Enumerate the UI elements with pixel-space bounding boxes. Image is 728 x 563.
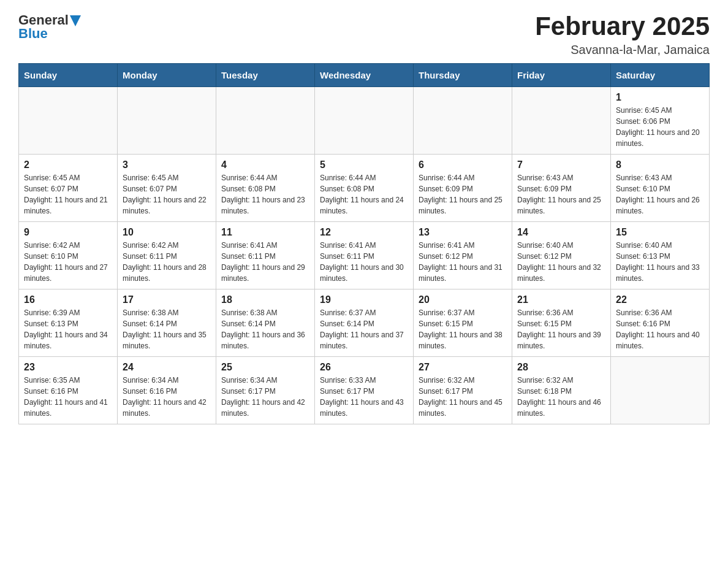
daylight-text: Daylight: 11 hours and 37 minutes. — [320, 331, 404, 350]
sunset-text: Sunset: 6:13 PM — [616, 252, 670, 261]
calendar-day-cell: 2 Sunrise: 6:45 AM Sunset: 6:07 PM Dayli… — [19, 155, 118, 222]
sunset-text: Sunset: 6:07 PM — [24, 185, 78, 193]
day-number: 17 — [123, 294, 211, 305]
sunrise-text: Sunrise: 6:32 AM — [419, 376, 474, 385]
day-number: 27 — [419, 362, 507, 373]
day-info: Sunrise: 6:34 AM Sunset: 6:17 PM Dayligh… — [221, 375, 309, 419]
calendar-day-cell: 23 Sunrise: 6:35 AM Sunset: 6:16 PM Dayl… — [19, 357, 118, 424]
calendar-day-cell: 14 Sunrise: 6:40 AM Sunset: 6:12 PM Dayl… — [512, 222, 611, 289]
daylight-text: Daylight: 11 hours and 27 minutes. — [24, 263, 108, 283]
sunrise-text: Sunrise: 6:32 AM — [517, 376, 573, 385]
day-number: 16 — [24, 294, 112, 305]
calendar-day-cell — [216, 87, 315, 155]
day-number: 15 — [616, 227, 704, 238]
day-info: Sunrise: 6:38 AM Sunset: 6:14 PM Dayligh… — [221, 307, 309, 351]
calendar-week-row: 16 Sunrise: 6:39 AM Sunset: 6:13 PM Dayl… — [19, 289, 710, 357]
month-title: February 2025 — [535, 12, 710, 40]
sunset-text: Sunset: 6:11 PM — [123, 252, 177, 261]
sunset-text: Sunset: 6:14 PM — [320, 320, 374, 328]
day-number: 10 — [123, 227, 211, 238]
daylight-text: Daylight: 11 hours and 42 minutes. — [221, 398, 305, 418]
sunrise-text: Sunrise: 6:37 AM — [320, 308, 376, 317]
day-info: Sunrise: 6:39 AM Sunset: 6:13 PM Dayligh… — [24, 307, 112, 351]
calendar-day-cell — [118, 87, 216, 155]
sunrise-text: Sunrise: 6:45 AM — [24, 174, 80, 182]
logo-triangle-icon — [70, 15, 81, 26]
daylight-text: Daylight: 11 hours and 33 minutes. — [616, 263, 700, 283]
sunrise-text: Sunrise: 6:36 AM — [616, 308, 672, 317]
header-wednesday: Wednesday — [315, 64, 414, 87]
sunset-text: Sunset: 6:06 PM — [616, 117, 670, 126]
sunset-text: Sunset: 6:07 PM — [123, 185, 177, 193]
daylight-text: Daylight: 11 hours and 42 minutes. — [123, 398, 207, 418]
sunset-text: Sunset: 6:09 PM — [517, 185, 572, 193]
day-number: 24 — [123, 362, 211, 373]
sunset-text: Sunset: 6:15 PM — [517, 320, 572, 328]
daylight-text: Daylight: 11 hours and 29 minutes. — [221, 263, 305, 283]
day-number: 12 — [320, 227, 408, 238]
calendar-week-row: 9 Sunrise: 6:42 AM Sunset: 6:10 PM Dayli… — [19, 222, 710, 289]
day-info: Sunrise: 6:45 AM Sunset: 6:07 PM Dayligh… — [123, 172, 211, 216]
day-info: Sunrise: 6:40 AM Sunset: 6:12 PM Dayligh… — [517, 240, 605, 284]
sunrise-text: Sunrise: 6:37 AM — [419, 308, 474, 317]
header-sunday: Sunday — [19, 64, 118, 87]
sunrise-text: Sunrise: 6:33 AM — [320, 376, 376, 385]
sunset-text: Sunset: 6:08 PM — [320, 185, 374, 193]
sunset-text: Sunset: 6:10 PM — [616, 185, 670, 193]
day-number: 6 — [419, 159, 507, 170]
day-info: Sunrise: 6:42 AM Sunset: 6:11 PM Dayligh… — [123, 240, 211, 284]
day-info: Sunrise: 6:45 AM Sunset: 6:06 PM Dayligh… — [616, 105, 704, 149]
daylight-text: Daylight: 11 hours and 43 minutes. — [320, 398, 404, 418]
day-info: Sunrise: 6:41 AM Sunset: 6:11 PM Dayligh… — [320, 240, 408, 284]
calendar-day-cell: 10 Sunrise: 6:42 AM Sunset: 6:11 PM Dayl… — [118, 222, 216, 289]
day-number: 3 — [123, 159, 211, 170]
sunrise-text: Sunrise: 6:44 AM — [320, 174, 376, 182]
calendar-day-cell: 13 Sunrise: 6:41 AM Sunset: 6:12 PM Dayl… — [414, 222, 512, 289]
daylight-text: Daylight: 11 hours and 41 minutes. — [24, 398, 108, 418]
day-number: 20 — [419, 294, 507, 305]
day-info: Sunrise: 6:40 AM Sunset: 6:13 PM Dayligh… — [616, 240, 704, 284]
calendar-day-cell: 17 Sunrise: 6:38 AM Sunset: 6:14 PM Dayl… — [118, 289, 216, 357]
sunrise-text: Sunrise: 6:38 AM — [221, 308, 277, 317]
sunset-text: Sunset: 6:11 PM — [221, 252, 276, 261]
calendar-day-cell: 8 Sunrise: 6:43 AM Sunset: 6:10 PM Dayli… — [611, 155, 710, 222]
daylight-text: Daylight: 11 hours and 45 minutes. — [419, 398, 502, 418]
sunset-text: Sunset: 6:14 PM — [221, 320, 276, 328]
sunrise-text: Sunrise: 6:34 AM — [221, 376, 277, 385]
calendar-day-cell: 16 Sunrise: 6:39 AM Sunset: 6:13 PM Dayl… — [19, 289, 118, 357]
day-info: Sunrise: 6:41 AM Sunset: 6:12 PM Dayligh… — [419, 240, 507, 284]
calendar-day-cell: 4 Sunrise: 6:44 AM Sunset: 6:08 PM Dayli… — [216, 155, 315, 222]
daylight-text: Daylight: 11 hours and 30 minutes. — [320, 263, 404, 283]
daylight-text: Daylight: 11 hours and 35 minutes. — [123, 331, 207, 350]
day-number: 18 — [221, 294, 309, 305]
daylight-text: Daylight: 11 hours and 31 minutes. — [419, 263, 502, 283]
sunrise-text: Sunrise: 6:39 AM — [24, 308, 80, 317]
day-number: 9 — [24, 227, 112, 238]
sunset-text: Sunset: 6:08 PM — [221, 185, 276, 193]
daylight-text: Daylight: 11 hours and 46 minutes. — [517, 398, 601, 418]
calendar-day-cell: 15 Sunrise: 6:40 AM Sunset: 6:13 PM Dayl… — [611, 222, 710, 289]
sunset-text: Sunset: 6:16 PM — [123, 387, 177, 396]
sunrise-text: Sunrise: 6:44 AM — [419, 174, 474, 182]
calendar-day-cell: 28 Sunrise: 6:32 AM Sunset: 6:18 PM Dayl… — [512, 357, 611, 424]
day-info: Sunrise: 6:35 AM Sunset: 6:16 PM Dayligh… — [24, 375, 112, 419]
day-number: 26 — [320, 362, 408, 373]
calendar-week-row: 2 Sunrise: 6:45 AM Sunset: 6:07 PM Dayli… — [19, 155, 710, 222]
daylight-text: Daylight: 11 hours and 20 minutes. — [616, 128, 700, 148]
day-info: Sunrise: 6:36 AM Sunset: 6:16 PM Dayligh… — [616, 307, 704, 351]
calendar-day-cell — [512, 87, 611, 155]
logo: General Blue — [18, 12, 81, 42]
day-number: 14 — [517, 227, 605, 238]
calendar-day-cell: 25 Sunrise: 6:34 AM Sunset: 6:17 PM Dayl… — [216, 357, 315, 424]
day-info: Sunrise: 6:33 AM Sunset: 6:17 PM Dayligh… — [320, 375, 408, 419]
day-number: 8 — [616, 159, 704, 170]
header-monday: Monday — [118, 64, 216, 87]
calendar-day-cell — [315, 87, 414, 155]
day-number: 5 — [320, 159, 408, 170]
calendar-day-cell: 19 Sunrise: 6:37 AM Sunset: 6:14 PM Dayl… — [315, 289, 414, 357]
calendar-day-cell: 27 Sunrise: 6:32 AM Sunset: 6:17 PM Dayl… — [414, 357, 512, 424]
svg-marker-0 — [70, 15, 81, 26]
sunrise-text: Sunrise: 6:42 AM — [24, 241, 80, 250]
daylight-text: Daylight: 11 hours and 23 minutes. — [221, 196, 305, 215]
calendar-day-cell: 3 Sunrise: 6:45 AM Sunset: 6:07 PM Dayli… — [118, 155, 216, 222]
